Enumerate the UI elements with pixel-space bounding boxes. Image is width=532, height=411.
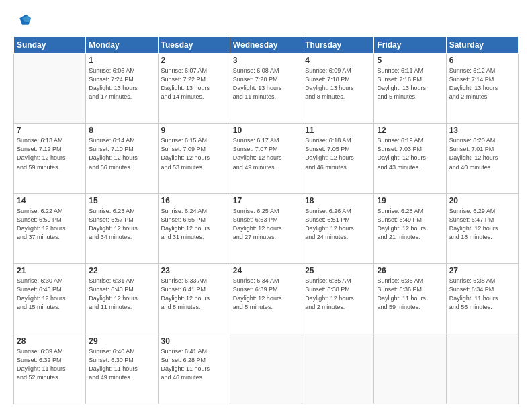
day-of-week-thursday: Thursday — [302, 37, 374, 54]
day-info: Sunrise: 6:25 AMSunset: 6:53 PMDaylight:… — [233, 207, 299, 242]
day-cell: 9Sunrise: 6:15 AMSunset: 7:09 PMDaylight… — [158, 124, 230, 193]
day-info: Sunrise: 6:24 AMSunset: 6:55 PMDaylight:… — [161, 207, 227, 242]
day-info: Sunrise: 6:29 AMSunset: 6:47 PMDaylight:… — [449, 207, 515, 242]
day-number: 13 — [449, 126, 515, 135]
day-cell: 24Sunrise: 6:34 AMSunset: 6:39 PMDayligh… — [230, 264, 302, 334]
day-number: 14 — [17, 196, 83, 205]
day-cell: 12Sunrise: 6:19 AMSunset: 7:03 PMDayligh… — [374, 124, 446, 193]
day-info: Sunrise: 6:08 AMSunset: 7:20 PMDaylight:… — [233, 66, 299, 101]
day-info: Sunrise: 6:26 AMSunset: 6:51 PMDaylight:… — [305, 207, 371, 242]
day-number: 8 — [89, 126, 154, 135]
week-row-3: 14Sunrise: 6:22 AMSunset: 6:59 PMDayligh… — [14, 193, 519, 263]
day-info: Sunrise: 6:28 AMSunset: 6:49 PMDaylight:… — [377, 207, 443, 242]
day-number: 16 — [161, 196, 227, 205]
day-number: 30 — [161, 336, 227, 346]
day-cell — [14, 54, 86, 124]
day-cell: 17Sunrise: 6:25 AMSunset: 6:53 PMDayligh… — [230, 193, 302, 263]
day-number: 15 — [89, 196, 154, 205]
day-cell: 25Sunrise: 6:35 AMSunset: 6:38 PMDayligh… — [302, 264, 374, 334]
day-number: 7 — [17, 126, 83, 135]
week-row-1: 1Sunrise: 6:06 AMSunset: 7:24 PMDaylight… — [14, 54, 519, 124]
day-info: Sunrise: 6:41 AMSunset: 6:28 PMDaylight:… — [161, 347, 227, 382]
day-cell: 19Sunrise: 6:28 AMSunset: 6:49 PMDayligh… — [374, 193, 446, 263]
day-cell: 5Sunrise: 6:11 AMSunset: 7:16 PMDaylight… — [374, 54, 446, 124]
day-cell: 7Sunrise: 6:13 AMSunset: 7:12 PMDaylight… — [14, 124, 86, 193]
day-cell: 11Sunrise: 6:18 AMSunset: 7:05 PMDayligh… — [302, 124, 374, 193]
day-cell: 21Sunrise: 6:30 AMSunset: 6:45 PMDayligh… — [14, 264, 86, 334]
day-info: Sunrise: 6:20 AMSunset: 7:01 PMDaylight:… — [449, 136, 515, 171]
day-info: Sunrise: 6:33 AMSunset: 6:41 PMDaylight:… — [161, 277, 227, 312]
day-of-week-friday: Friday — [374, 37, 446, 54]
day-number: 25 — [305, 266, 371, 275]
day-number: 10 — [233, 126, 299, 135]
day-info: Sunrise: 6:09 AMSunset: 7:18 PMDaylight:… — [305, 66, 371, 101]
logo — [13, 12, 35, 31]
day-info: Sunrise: 6:06 AMSunset: 7:24 PMDaylight:… — [89, 66, 154, 101]
day-info: Sunrise: 6:31 AMSunset: 6:43 PMDaylight:… — [89, 277, 154, 312]
day-cell: 27Sunrise: 6:38 AMSunset: 6:34 PMDayligh… — [446, 264, 518, 334]
day-info: Sunrise: 6:18 AMSunset: 7:05 PMDaylight:… — [305, 136, 371, 171]
day-info: Sunrise: 6:07 AMSunset: 7:22 PMDaylight:… — [161, 66, 227, 101]
day-cell: 26Sunrise: 6:36 AMSunset: 6:36 PMDayligh… — [374, 264, 446, 334]
day-of-week-wednesday: Wednesday — [230, 37, 302, 54]
day-info: Sunrise: 6:19 AMSunset: 7:03 PMDaylight:… — [377, 136, 443, 171]
calendar-header-row: SundayMondayTuesdayWednesdayThursdayFrid… — [14, 37, 519, 54]
day-cell: 15Sunrise: 6:23 AMSunset: 6:57 PMDayligh… — [86, 193, 158, 263]
day-number: 29 — [89, 336, 154, 346]
day-info: Sunrise: 6:30 AMSunset: 6:45 PMDaylight:… — [17, 277, 83, 312]
day-cell: 10Sunrise: 6:17 AMSunset: 7:07 PMDayligh… — [230, 124, 302, 193]
page-header — [13, 12, 519, 31]
day-info: Sunrise: 6:40 AMSunset: 6:30 PMDaylight:… — [89, 347, 154, 382]
day-number: 20 — [449, 196, 515, 205]
day-cell: 1Sunrise: 6:06 AMSunset: 7:24 PMDaylight… — [86, 54, 158, 124]
week-row-5: 28Sunrise: 6:39 AMSunset: 6:32 PMDayligh… — [14, 334, 519, 404]
day-number: 21 — [17, 266, 83, 275]
day-number: 12 — [377, 126, 443, 135]
day-cell — [446, 334, 518, 404]
day-number: 22 — [89, 266, 154, 275]
day-info: Sunrise: 6:36 AMSunset: 6:36 PMDaylight:… — [377, 277, 443, 312]
day-cell — [230, 334, 302, 404]
day-cell: 8Sunrise: 6:14 AMSunset: 7:10 PMDaylight… — [86, 124, 158, 193]
day-number: 3 — [233, 56, 299, 65]
day-of-week-tuesday: Tuesday — [158, 37, 230, 54]
day-number: 17 — [233, 196, 299, 205]
day-cell: 6Sunrise: 6:12 AMSunset: 7:14 PMDaylight… — [446, 54, 518, 124]
day-number: 27 — [449, 266, 515, 275]
day-cell: 20Sunrise: 6:29 AMSunset: 6:47 PMDayligh… — [446, 193, 518, 263]
day-info: Sunrise: 6:15 AMSunset: 7:09 PMDaylight:… — [161, 136, 227, 171]
day-info: Sunrise: 6:38 AMSunset: 6:34 PMDaylight:… — [449, 277, 515, 312]
day-cell: 2Sunrise: 6:07 AMSunset: 7:22 PMDaylight… — [158, 54, 230, 124]
day-number: 4 — [305, 56, 371, 65]
day-number: 26 — [377, 266, 443, 275]
day-number: 9 — [161, 126, 227, 135]
day-number: 18 — [305, 196, 371, 205]
day-of-week-monday: Monday — [86, 37, 158, 54]
day-number: 28 — [17, 336, 83, 346]
week-row-4: 21Sunrise: 6:30 AMSunset: 6:45 PMDayligh… — [14, 264, 519, 334]
day-number: 19 — [377, 196, 443, 205]
day-cell: 28Sunrise: 6:39 AMSunset: 6:32 PMDayligh… — [14, 334, 86, 404]
day-cell: 13Sunrise: 6:20 AMSunset: 7:01 PMDayligh… — [446, 124, 518, 193]
calendar-table: SundayMondayTuesdayWednesdayThursdayFrid… — [13, 36, 519, 404]
day-cell: 23Sunrise: 6:33 AMSunset: 6:41 PMDayligh… — [158, 264, 230, 334]
day-cell: 14Sunrise: 6:22 AMSunset: 6:59 PMDayligh… — [14, 193, 86, 263]
day-info: Sunrise: 6:11 AMSunset: 7:16 PMDaylight:… — [377, 66, 443, 101]
day-of-week-saturday: Saturday — [446, 37, 518, 54]
day-cell: 30Sunrise: 6:41 AMSunset: 6:28 PMDayligh… — [158, 334, 230, 404]
day-cell: 22Sunrise: 6:31 AMSunset: 6:43 PMDayligh… — [86, 264, 158, 334]
day-cell: 4Sunrise: 6:09 AMSunset: 7:18 PMDaylight… — [302, 54, 374, 124]
day-number: 6 — [449, 56, 515, 65]
day-info: Sunrise: 6:14 AMSunset: 7:10 PMDaylight:… — [89, 136, 154, 171]
day-number: 11 — [305, 126, 371, 135]
day-info: Sunrise: 6:12 AMSunset: 7:14 PMDaylight:… — [449, 66, 515, 101]
day-info: Sunrise: 6:23 AMSunset: 6:57 PMDaylight:… — [89, 207, 154, 242]
day-cell: 29Sunrise: 6:40 AMSunset: 6:30 PMDayligh… — [86, 334, 158, 404]
day-cell: 18Sunrise: 6:26 AMSunset: 6:51 PMDayligh… — [302, 193, 374, 263]
day-number: 24 — [233, 266, 299, 275]
day-number: 2 — [161, 56, 227, 65]
day-cell: 16Sunrise: 6:24 AMSunset: 6:55 PMDayligh… — [158, 193, 230, 263]
day-info: Sunrise: 6:13 AMSunset: 7:12 PMDaylight:… — [17, 136, 83, 171]
day-info: Sunrise: 6:34 AMSunset: 6:39 PMDaylight:… — [233, 277, 299, 312]
week-row-2: 7Sunrise: 6:13 AMSunset: 7:12 PMDaylight… — [14, 124, 519, 193]
